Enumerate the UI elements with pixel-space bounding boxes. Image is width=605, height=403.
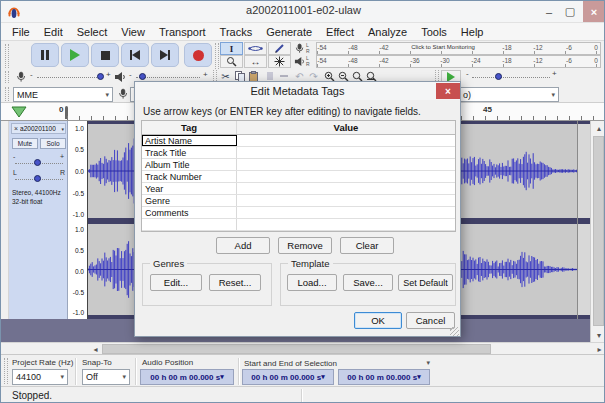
close-button[interactable]: × xyxy=(583,1,605,22)
tag-cell[interactable]: Album Title xyxy=(142,159,237,170)
selection-mode-select[interactable]: Start and End of Selection▾ xyxy=(244,357,430,369)
transport-grip-handle[interactable] xyxy=(5,44,9,68)
menu-effect[interactable]: Effect xyxy=(319,26,361,38)
vertical-scrollbar[interactable]: ▴ ▾ xyxy=(590,121,605,342)
tag-cell[interactable] xyxy=(142,219,237,230)
solo-button[interactable]: Solo xyxy=(40,138,66,149)
dialog-resize-grip[interactable] xyxy=(450,327,459,336)
pause-button[interactable] xyxy=(31,43,59,67)
vertical-scale-ruler[interactable]: 1.0 0.5 0.0 -0.5 -1.0 1.0 0.5 0.0 -0.5 -… xyxy=(68,121,88,319)
playback-volume-thumb[interactable] xyxy=(139,73,146,80)
tag-cell[interactable]: Year xyxy=(142,183,237,194)
add-button[interactable]: Add xyxy=(216,237,270,254)
track-header[interactable]: × a200201100 ▾ xyxy=(11,123,66,134)
menu-select[interactable]: Select xyxy=(70,26,115,38)
meter-tick-label: -42 xyxy=(379,44,388,51)
tag-column-header[interactable]: Tag xyxy=(142,121,237,134)
template-load-button[interactable]: Load... xyxy=(287,274,337,291)
playback-speed-slider[interactable] xyxy=(472,77,550,78)
monitor-text[interactable]: Click to Start Monitoring xyxy=(411,44,475,50)
undo-icon: ↶ xyxy=(295,71,303,82)
selection-tool-button[interactable]: I xyxy=(220,42,243,55)
mute-button[interactable]: Mute xyxy=(12,138,38,149)
title-bar[interactable]: a2002011001-e02-ulaw – ▢ × xyxy=(1,1,605,23)
genres-edit-button[interactable]: Edit... xyxy=(150,274,202,291)
template-save-button[interactable]: Save... xyxy=(343,274,393,291)
selection-start-field[interactable]: 00 h 00 m 00.000 s▾ xyxy=(242,369,334,385)
audio-position-field[interactable]: 00 h 00 m 00.000 s▾ xyxy=(140,369,234,385)
menu-edit[interactable]: Edit xyxy=(37,26,70,38)
track-menu-icon[interactable]: ▾ xyxy=(61,126,65,132)
tag-cell[interactable]: Comments xyxy=(142,207,237,218)
horizontal-scrollbar[interactable]: ◂ ▸ xyxy=(1,342,605,354)
project-rate-select[interactable]: 44100▾ xyxy=(12,369,68,385)
selection-grip-handle[interactable] xyxy=(4,358,8,384)
menu-transport[interactable]: Transport xyxy=(152,26,213,38)
envelope-tool-button[interactable] xyxy=(244,42,267,55)
genres-reset-button[interactable]: Reset... xyxy=(209,274,261,291)
tag-cell[interactable]: Artist Name xyxy=(142,135,237,146)
value-column-header[interactable]: Value xyxy=(237,121,455,134)
value-cell[interactable] xyxy=(237,135,455,146)
horizontal-scroll-thumb[interactable] xyxy=(102,344,491,354)
time-shift-tool-button[interactable]: ↔ xyxy=(244,55,267,68)
scroll-down-icon[interactable]: ▾ xyxy=(591,328,605,342)
value-cell[interactable] xyxy=(237,159,455,170)
value-cell[interactable] xyxy=(237,207,455,218)
cancel-button[interactable]: Cancel xyxy=(406,312,455,329)
tag-cell[interactable]: Track Title xyxy=(142,147,237,158)
device-grip-handle[interactable] xyxy=(5,87,9,101)
recording-meter[interactable]: LR -54 -48 -42 Click to Start Monitoring… xyxy=(294,42,604,55)
multi-tool-button[interactable] xyxy=(268,55,291,68)
chevron-down-icon: ▾ xyxy=(122,373,126,381)
menu-view[interactable]: View xyxy=(114,26,152,38)
mixer-grip-handle[interactable] xyxy=(5,71,9,83)
draw-tool-button[interactable] xyxy=(268,42,291,55)
menu-tools[interactable]: Tools xyxy=(414,26,454,38)
menu-file[interactable]: File xyxy=(5,26,37,38)
menu-generate[interactable]: Generate xyxy=(259,26,319,38)
scroll-up-icon[interactable]: ▴ xyxy=(591,121,605,135)
value-cell[interactable] xyxy=(237,219,455,230)
recording-volume-slider[interactable] xyxy=(37,77,103,78)
remove-button[interactable]: Remove xyxy=(278,237,332,254)
track-name[interactable]: a200201100 xyxy=(20,125,56,132)
tag-cell[interactable]: Genre xyxy=(142,195,237,206)
audio-host-select[interactable]: MME▾ xyxy=(13,87,113,102)
dialog-title-bar[interactable]: Edit Metadata Tags xyxy=(135,82,460,100)
maximize-button[interactable]: ▢ xyxy=(560,1,580,22)
track-control-panel[interactable]: × a200201100 ▾ Mute Solo - + L R Stereo,… xyxy=(9,121,68,319)
zoom-tool-button[interactable] xyxy=(220,55,243,68)
clear-button[interactable]: Clear xyxy=(340,237,394,254)
dialog-close-button[interactable]: × xyxy=(436,83,460,99)
record-button[interactable] xyxy=(184,43,212,67)
value-cell[interactable] xyxy=(237,171,455,182)
value-cell[interactable] xyxy=(237,147,455,158)
stop-button[interactable] xyxy=(91,43,119,67)
playback-speed-thumb[interactable] xyxy=(495,73,502,80)
menu-help[interactable]: Help xyxy=(454,26,491,38)
skip-to-start-button[interactable] xyxy=(121,43,149,67)
template-set-default-button[interactable]: Set Default xyxy=(398,274,453,291)
playback-meter[interactable]: LR -54 -48 -42 -36 -30 -24 -18 -12 -6 0 xyxy=(294,55,604,68)
minimize-icon: – xyxy=(546,6,552,18)
menu-analyze[interactable]: Analyze xyxy=(361,26,414,38)
ok-button[interactable]: OK xyxy=(354,312,402,329)
recording-volume-thumb[interactable] xyxy=(97,73,104,80)
recording-channels-select[interactable]: o)▾ xyxy=(451,87,559,102)
close-track-icon[interactable]: × xyxy=(12,125,20,132)
timeline-play-triangle-icon[interactable] xyxy=(11,106,27,118)
gain-slider-thumb[interactable] xyxy=(34,159,41,166)
skip-to-end-button[interactable] xyxy=(151,43,179,67)
minimize-button[interactable]: – xyxy=(539,1,559,22)
tools-grip-handle[interactable] xyxy=(215,43,219,69)
play-button[interactable] xyxy=(61,43,89,67)
snap-to-select[interactable]: Off▾ xyxy=(82,369,130,385)
vertical-scroll-thumb[interactable] xyxy=(593,136,604,326)
tag-cell[interactable]: Track Number xyxy=(142,171,237,182)
menu-tracks[interactable]: Tracks xyxy=(213,26,260,38)
selection-end-field[interactable]: 00 h 00 m 00.000 s▾ xyxy=(338,369,430,385)
pan-slider-thumb[interactable] xyxy=(34,175,41,182)
value-cell[interactable] xyxy=(237,195,455,206)
value-cell[interactable] xyxy=(237,183,455,194)
